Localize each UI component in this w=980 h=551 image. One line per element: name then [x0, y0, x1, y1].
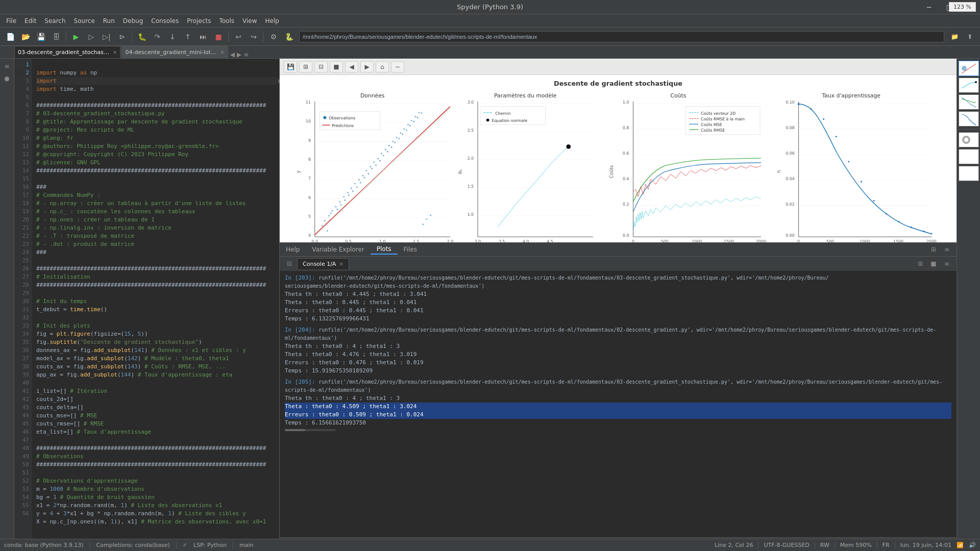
console-icon-2[interactable]: ■	[928, 258, 939, 269]
console-output[interactable]: In [203]: runfile('/mnt/home2/phroy/Bure…	[280, 271, 957, 537]
save-button[interactable]: 💾	[34, 30, 48, 44]
thumbnail-7[interactable]	[959, 166, 979, 181]
sb-sep-4	[758, 542, 758, 549]
svg-point-176	[898, 221, 900, 222]
menu-help[interactable]: Help	[261, 16, 283, 26]
run-cell-button[interactable]: ▷	[84, 30, 99, 44]
svg-point-55	[426, 218, 427, 220]
console-icon-3[interactable]: ≡	[941, 258, 952, 269]
svg-text:2.5: 2.5	[468, 128, 474, 133]
new-file-button[interactable]: 📄	[3, 30, 17, 44]
menu-run[interactable]: Run	[99, 16, 119, 26]
svg-point-67	[368, 173, 369, 174]
thumbnails-panel	[957, 59, 980, 549]
plot-back-button[interactable]: ◀	[345, 61, 358, 72]
plots-panel-icon-1[interactable]: ⊞	[928, 244, 939, 255]
sb-sep-7	[877, 542, 877, 549]
svg-point-53	[419, 112, 420, 113]
redo-button[interactable]: ↪	[247, 30, 261, 44]
code-editor[interactable]: import numpy as np import matplotlib.pyp…	[32, 59, 279, 544]
tab-scroll-right[interactable]: ▶	[237, 51, 241, 58]
svg-rect-190	[959, 166, 978, 181]
stop-button[interactable]: ■	[211, 30, 226, 44]
svg-point-34	[347, 192, 349, 193]
menu-source[interactable]: Source	[70, 16, 99, 26]
preferences-button[interactable]: ⚙	[266, 30, 281, 44]
plot-forward-button[interactable]: ▶	[360, 61, 374, 72]
run-selection-button[interactable]: ⊳	[115, 30, 129, 44]
console-panel-button[interactable]: ⊟	[284, 258, 295, 269]
menu-view[interactable]: View	[238, 16, 261, 26]
tab-files[interactable]: Files	[398, 245, 423, 254]
editor-tab-2-close[interactable]: ✕	[220, 49, 224, 55]
plot-home-button[interactable]: ⌂	[376, 61, 389, 72]
go-up-button[interactable]: ⬆	[963, 30, 977, 44]
svg-rect-0	[280, 77, 957, 241]
network-icon: 📶	[957, 542, 964, 548]
svg-point-171	[836, 136, 837, 137]
tab-help[interactable]: Help	[280, 245, 306, 254]
tab-menu[interactable]: ≡	[243, 51, 249, 58]
plot-zoom-out-button[interactable]: −	[391, 61, 404, 72]
menu-projects[interactable]: Projects	[183, 16, 215, 26]
thumbnail-4[interactable]	[959, 111, 979, 127]
menu-tools[interactable]: Tools	[215, 16, 238, 26]
plot-stop-button[interactable]: ■	[330, 61, 343, 72]
run-button[interactable]: ▶	[69, 30, 83, 44]
tab-plots[interactable]: Plots	[371, 244, 398, 255]
editor-scroll-area[interactable]: 1 2 345678910 11121314151617181920 21222…	[14, 59, 279, 549]
console-icon-1[interactable]: ⊞	[915, 258, 926, 269]
path-input[interactable]	[299, 31, 944, 42]
svg-point-46	[393, 141, 394, 142]
continue-button[interactable]: ⏭	[196, 30, 210, 44]
svg-text:Coûts: Coûts	[670, 92, 686, 99]
thumbnail-5[interactable]	[959, 132, 979, 147]
plot-copy2-button[interactable]: ⊟	[314, 61, 328, 72]
editor-tab-1[interactable]: 03-descente_gradient_stochastique.py ✕	[14, 46, 120, 58]
run-cell-advance-button[interactable]: ▷|	[100, 30, 114, 44]
console-tab-1[interactable]: Console 1/A ✕	[297, 258, 349, 269]
plots-panel-icon-2[interactable]: ≡	[941, 244, 952, 255]
debug-button[interactable]: 🐛	[135, 30, 149, 44]
menu-search[interactable]: Search	[40, 16, 69, 26]
thumbnail-2[interactable]	[959, 78, 979, 93]
thumb-separator	[959, 129, 978, 130]
menu-consoles[interactable]: Consoles	[147, 16, 183, 26]
tab-variable-explorer[interactable]: Variable Explorer	[306, 245, 370, 254]
svg-point-42	[377, 158, 379, 160]
thumbnail-6[interactable]	[959, 149, 979, 164]
svg-point-68	[371, 168, 373, 169]
svg-text:6: 6	[308, 195, 311, 200]
python-button[interactable]: 🐍	[282, 30, 296, 44]
thumbnail-1[interactable]	[959, 61, 979, 76]
save-all-button[interactable]: 🗄	[49, 30, 63, 44]
undo-button[interactable]: ↩	[231, 30, 246, 44]
plot-tabs-bar: Help Variable Explorer Plots Files ⊞ ≡	[280, 242, 957, 257]
console-tab-close[interactable]: ✕	[339, 261, 343, 267]
minimize-button[interactable]: ─	[919, 0, 939, 14]
console-entry-204: In [204]: runfile('/mnt/home2/phroy/Bure…	[285, 326, 951, 375]
editor-tab-1-close[interactable]: ✕	[113, 49, 117, 55]
toggle-breakpoint-button[interactable]: ●	[2, 73, 13, 84]
svg-text:Coûts RMSE: Coûts RMSE	[701, 128, 725, 133]
tab-scroll-left[interactable]: ◀	[230, 51, 235, 58]
titlebar: Spyder (Python 3.9) ─ □ ✕	[0, 0, 980, 14]
plot-save-button[interactable]: 💾	[284, 61, 297, 72]
menu-debug[interactable]: Debug	[119, 16, 147, 26]
editor-content: 1 2 345678910 11121314151617181920 21222…	[14, 59, 279, 544]
browse-button[interactable]: 📁	[947, 30, 962, 44]
open-file-button[interactable]: 📂	[18, 30, 33, 44]
menu-edit[interactable]: Edit	[20, 16, 40, 26]
thumbnail-3[interactable]	[959, 94, 979, 110]
editor-tab-2[interactable]: 04-descente_gradient_mini-lots.py ✕	[121, 46, 228, 58]
step-button[interactable]: ↷	[150, 30, 164, 44]
svg-text:2.0: 2.0	[468, 156, 474, 161]
step-into-button[interactable]: ↓	[165, 30, 180, 44]
svg-point-47	[396, 137, 397, 138]
svg-text:Equation normale: Equation normale	[492, 118, 527, 123]
step-out-button[interactable]: ↑	[181, 30, 195, 44]
speaker-icon: 🔊	[969, 542, 976, 548]
menu-file[interactable]: File	[2, 16, 20, 26]
plot-copy-button[interactable]: ⊞	[299, 61, 312, 72]
toggle-outline-button[interactable]: ≡	[2, 61, 13, 72]
